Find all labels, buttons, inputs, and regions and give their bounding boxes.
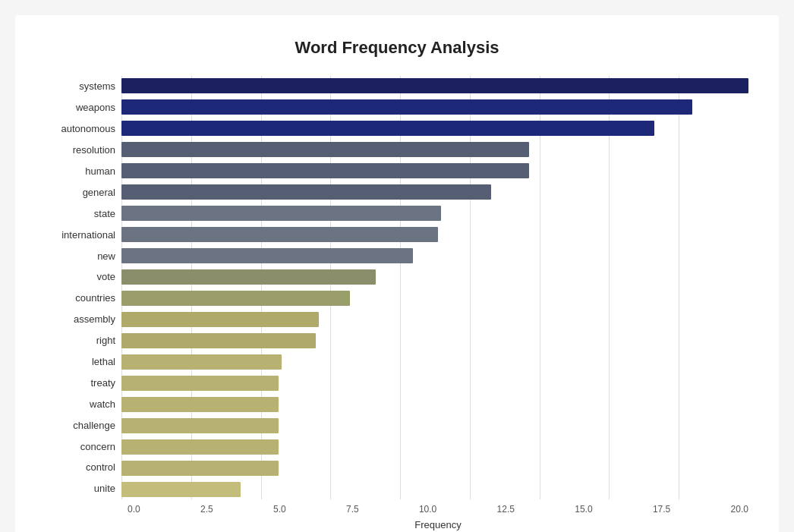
y-label: international xyxy=(61,225,115,244)
y-label: concern xyxy=(80,436,115,456)
bar-row xyxy=(121,437,748,457)
y-label: weapons xyxy=(76,98,115,118)
x-tick: 20.0 xyxy=(731,504,748,515)
y-label: vote xyxy=(96,267,115,287)
x-tick: 12.5 xyxy=(497,504,515,515)
y-label: general xyxy=(83,182,115,202)
bar-row xyxy=(121,352,748,372)
bar xyxy=(121,121,654,136)
bar-row xyxy=(121,310,748,329)
y-label: new xyxy=(97,246,115,266)
bar xyxy=(121,99,692,115)
bar-row xyxy=(121,225,748,244)
bar-row xyxy=(121,97,748,117)
bars-wrapper xyxy=(121,76,748,499)
chart-container: Word Frequency Analysis systemsweaponsau… xyxy=(15,15,779,532)
bar-row xyxy=(121,416,748,436)
bar xyxy=(121,333,316,348)
bar-row xyxy=(121,182,748,202)
bar xyxy=(121,461,279,476)
bar xyxy=(121,376,279,391)
bar-row xyxy=(121,288,748,308)
bar-row xyxy=(121,267,748,287)
y-label: challenge xyxy=(73,415,115,435)
bar xyxy=(121,248,413,263)
y-label: treaty xyxy=(90,373,115,392)
bar xyxy=(121,291,350,306)
y-label: lethal xyxy=(92,352,115,372)
bar xyxy=(121,269,376,285)
chart-area: systemsweaponsautonomousresolutionhumang… xyxy=(46,76,748,499)
bar xyxy=(121,312,319,327)
x-axis-area: 0.02.55.07.510.012.515.017.520.0 Frequen… xyxy=(46,499,748,530)
bar-row xyxy=(121,331,748,351)
y-label: resolution xyxy=(73,140,115,160)
y-label: watch xyxy=(90,394,115,414)
x-tick: 15.0 xyxy=(575,504,592,515)
x-ticks: 0.02.55.07.510.012.515.017.520.0 xyxy=(128,504,748,515)
bar xyxy=(121,439,279,455)
y-label: control xyxy=(86,458,115,477)
bar xyxy=(121,206,441,221)
y-label: systems xyxy=(79,77,115,96)
y-label: state xyxy=(94,203,115,223)
bar xyxy=(121,184,491,200)
bar-row xyxy=(121,76,748,96)
x-tick: 17.5 xyxy=(653,504,670,515)
bar xyxy=(121,142,529,157)
bar-row xyxy=(121,203,748,223)
bar xyxy=(121,354,282,370)
bar-row xyxy=(121,480,748,499)
x-tick: 0.0 xyxy=(128,504,140,515)
bar-row xyxy=(121,246,748,266)
bar-row xyxy=(121,458,748,478)
bar-row xyxy=(121,140,748,159)
y-label: unite xyxy=(94,479,115,499)
bar-row xyxy=(121,395,748,414)
bar-row xyxy=(121,118,748,138)
x-tick: 7.5 xyxy=(346,504,359,515)
bar xyxy=(121,418,279,433)
x-tick: 2.5 xyxy=(200,504,213,515)
y-label: assembly xyxy=(74,310,115,329)
bar xyxy=(121,227,438,242)
y-label: right xyxy=(96,331,115,351)
y-labels: systemsweaponsautonomousresolutionhumang… xyxy=(46,76,121,499)
bar xyxy=(121,397,279,412)
bar xyxy=(121,163,529,178)
bar-row xyxy=(121,161,748,181)
x-axis-label: Frequency xyxy=(128,519,748,530)
y-label: countries xyxy=(75,288,115,308)
bar xyxy=(121,78,748,93)
chart-title: Word Frequency Analysis xyxy=(46,38,748,58)
bar-row xyxy=(121,373,748,393)
x-tick: 10.0 xyxy=(419,504,436,515)
bars-area xyxy=(121,76,748,499)
bar xyxy=(121,482,241,497)
y-label: human xyxy=(85,162,115,181)
y-label: autonomous xyxy=(61,119,115,139)
x-tick: 5.0 xyxy=(273,504,286,515)
